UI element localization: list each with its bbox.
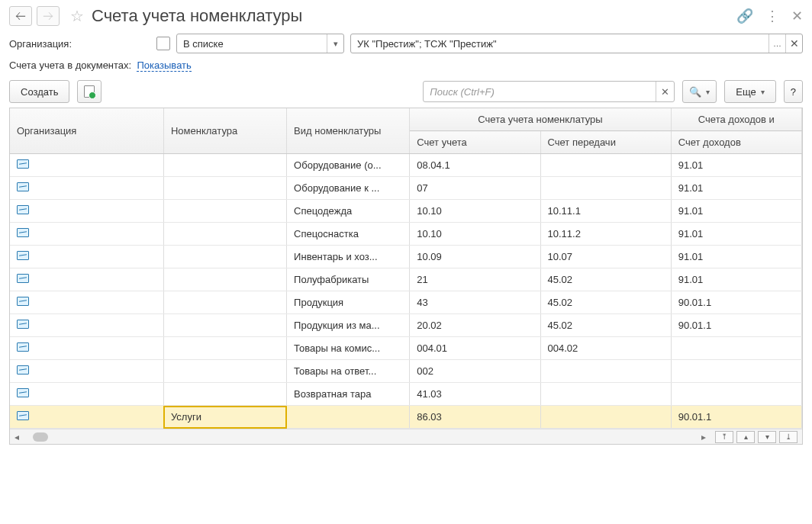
scroll-left-icon[interactable]: ◂ [10,432,24,442]
table-cell[interactable]: 91.01 [671,246,801,268]
create-button[interactable]: Создать [9,80,69,103]
table-cell[interactable]: Возвратная тара [287,383,410,406]
table-cell[interactable] [163,154,286,177]
table-cell[interactable] [163,291,286,314]
table-cell[interactable] [540,154,671,177]
table-cell[interactable]: 91.01 [671,268,801,291]
table-cell[interactable]: 90.01.1 [671,291,801,314]
table-cell[interactable] [540,360,671,383]
table-cell[interactable] [163,360,286,383]
table-cell[interactable] [10,406,163,429]
table-cell[interactable] [163,337,286,360]
table-cell[interactable]: 10.09 [410,246,540,268]
table-row[interactable]: Услуги86.0390.01.1 [10,406,802,429]
table-cell[interactable]: Товары на ответ... [287,360,410,383]
table-cell[interactable]: 91.01 [671,177,801,200]
table-cell[interactable]: 21 [410,268,540,291]
table-row[interactable]: Товары на ответ...002 [10,360,802,383]
nav-first-button[interactable]: ⤒ [715,431,733,443]
table-cell[interactable]: Спецоснастка [287,223,410,246]
table-cell[interactable] [163,268,286,291]
chevron-down-icon[interactable]: ▾ [327,34,343,53]
table-row[interactable]: Спецоснастка10.1010.11.291.01 [10,223,802,246]
table-cell[interactable]: Услуги [163,406,286,429]
table-cell[interactable]: 10.07 [540,246,671,268]
table-row[interactable]: Оборудование (о...08.04.191.01 [10,154,802,177]
filter-mode-combo[interactable]: В списке ▾ [176,34,344,53]
nav-forward-button[interactable]: 🡢 [37,6,60,26]
col-kind[interactable]: Вид номенклатуры [287,108,410,154]
table-cell[interactable] [10,268,163,291]
table-cell[interactable] [287,406,410,429]
table-cell[interactable]: 45.02 [540,314,671,337]
table-cell[interactable]: 20.02 [410,314,540,337]
table-cell[interactable]: 08.04.1 [410,154,540,177]
table-cell[interactable] [540,383,671,406]
col-income[interactable]: Счет доходов [671,131,801,154]
table-row[interactable]: Оборудование к ...0791.01 [10,177,802,200]
table-row[interactable]: Продукция из ма...20.0245.0290.01.1 [10,314,802,337]
table-cell[interactable] [671,360,801,383]
table-cell[interactable]: Оборудование (о... [287,154,410,177]
table-cell[interactable] [10,291,163,314]
nav-back-button[interactable]: 🡠 [9,6,32,26]
col-acct[interactable]: Счет учета [410,131,540,154]
table-cell[interactable] [671,337,801,360]
col-transfer[interactable]: Счет передачи [540,131,671,154]
table-cell[interactable] [10,337,163,360]
scroll-thumb[interactable] [33,432,48,442]
table-cell[interactable]: Полуфабрикаты [287,268,410,291]
table-cell[interactable]: Продукция [287,291,410,314]
table-cell[interactable]: 91.01 [671,154,801,177]
table-cell[interactable] [163,223,286,246]
table-cell[interactable]: 41.03 [410,383,540,406]
search-input[interactable] [424,82,656,101]
create-from-template-button[interactable] [77,80,102,103]
table-cell[interactable]: 45.02 [540,291,671,314]
table-cell[interactable]: Инвентарь и хоз... [287,246,410,268]
table-cell[interactable] [163,383,286,406]
table-cell[interactable]: Оборудование к ... [287,177,410,200]
search-clear-button[interactable]: ✕ [656,82,674,101]
table-row[interactable]: Возвратная тара41.03 [10,383,802,406]
table-cell[interactable]: Продукция из ма... [287,314,410,337]
link-icon[interactable]: 🔗 [736,8,753,24]
table-cell[interactable] [10,223,163,246]
table-cell[interactable] [10,177,163,200]
table-cell[interactable] [163,246,286,268]
more-button[interactable]: Еще ▾ [724,80,775,103]
table-cell[interactable] [10,314,163,337]
kebab-menu-icon[interactable]: ⋮ [765,8,779,24]
nav-down-button[interactable]: ▾ [758,431,776,443]
table-cell[interactable]: 91.01 [671,223,801,246]
docs-display-link[interactable]: Показывать [137,59,191,72]
table-cell[interactable]: 86.03 [410,406,540,429]
ellipsis-button[interactable]: … [768,34,785,53]
table-cell[interactable]: 002 [410,360,540,383]
table-cell[interactable]: 45.02 [540,268,671,291]
table-cell[interactable] [10,360,163,383]
table-row[interactable]: Полуфабрикаты2145.0291.01 [10,268,802,291]
table-cell[interactable]: 10.11.2 [540,223,671,246]
table-cell[interactable] [540,177,671,200]
table-cell[interactable]: Спецодежда [287,200,410,223]
close-icon[interactable]: ✕ [791,8,803,24]
table-cell[interactable]: 91.01 [671,200,801,223]
table-row[interactable]: Инвентарь и хоз...10.0910.0791.01 [10,246,802,268]
table-cell[interactable] [10,246,163,268]
favorite-star-icon[interactable]: ☆ [70,7,84,25]
org-filter-checkbox[interactable] [156,37,170,50]
search-button[interactable]: 🔍 ▾ [682,80,717,103]
col-accounts-group[interactable]: Счета учета номенклатуры [410,108,671,131]
filter-values-combo[interactable]: УК "Престиж"; ТСЖ "Престиж" … ✕ [350,34,803,53]
table-row[interactable]: Спецодежда10.1010.11.191.01 [10,200,802,223]
table-cell[interactable] [163,177,286,200]
col-income-group[interactable]: Счета доходов и [671,108,801,131]
table-cell[interactable]: 90.01.1 [671,314,801,337]
scroll-right-icon[interactable]: ▸ [697,432,710,442]
table-cell[interactable] [10,154,163,177]
table-row[interactable]: Продукция4345.0290.01.1 [10,291,802,314]
table-cell[interactable]: Товары на комис... [287,337,410,360]
nav-up-button[interactable]: ▴ [736,431,755,443]
horizontal-scrollbar[interactable]: ◂ ▸ ⤒ ▴ ▾ ⤓ [10,429,802,444]
